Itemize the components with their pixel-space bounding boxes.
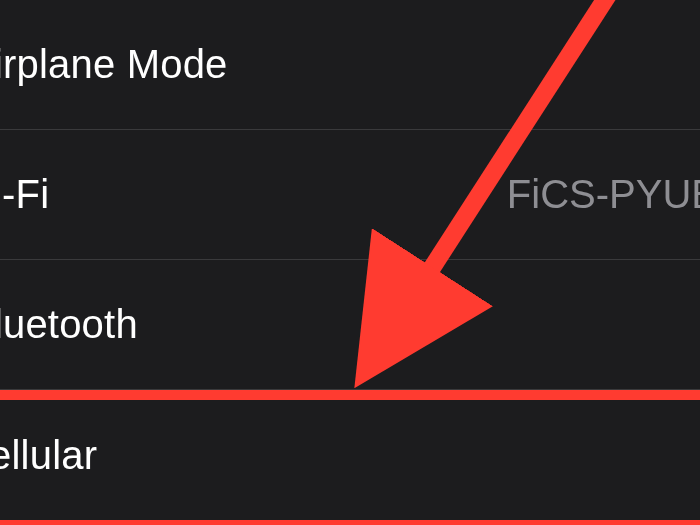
row-label-airplane-mode: Airplane Mode bbox=[0, 42, 228, 87]
row-label-bluetooth: Bluetooth bbox=[0, 302, 138, 347]
settings-list: Airplane Mode Wi-Fi FiCS-PYUE Bluetooth … bbox=[0, 0, 700, 520]
row-value-wifi: FiCS-PYUE bbox=[507, 172, 700, 217]
annotation-highlight-bar-bottom bbox=[0, 520, 700, 525]
row-label-wifi: Wi-Fi bbox=[0, 172, 49, 217]
settings-row-airplane-mode[interactable]: Airplane Mode bbox=[0, 0, 700, 130]
annotation-highlight-bar-top bbox=[0, 390, 700, 400]
settings-row-cellular[interactable]: Cellular bbox=[0, 390, 700, 520]
settings-row-bluetooth[interactable]: Bluetooth bbox=[0, 260, 700, 390]
settings-row-wifi[interactable]: Wi-Fi FiCS-PYUE bbox=[0, 130, 700, 260]
row-label-cellular: Cellular bbox=[0, 433, 97, 478]
